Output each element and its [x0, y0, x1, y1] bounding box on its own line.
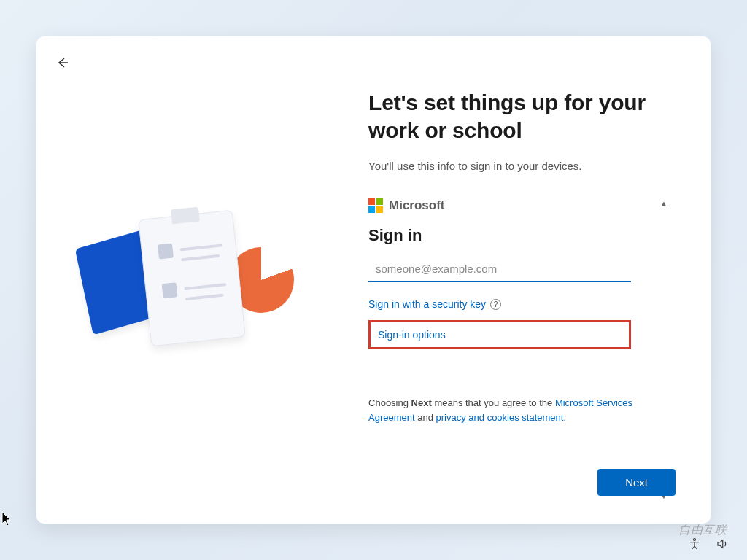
next-button[interactable]: Next: [597, 469, 676, 496]
agreement-joiner: and: [415, 412, 436, 423]
clipboard-icon: [138, 210, 246, 347]
mouse-cursor-icon: [1, 512, 12, 526]
scroll-up-icon[interactable]: ▲: [660, 198, 668, 209]
privacy-statement-link[interactable]: privacy and cookies statement: [436, 412, 564, 423]
signin-options-link[interactable]: Sign-in options: [378, 329, 446, 341]
vertical-scrollbar[interactable]: ▲ ▼: [658, 198, 670, 502]
back-button[interactable]: [53, 52, 73, 73]
svg-point-0: [694, 539, 696, 541]
signin-scroll-area: Microsoft Sign in Sign in with a securit…: [368, 198, 670, 502]
agreement-middle: means that you agree to the: [432, 397, 555, 408]
work-school-illustration: [82, 207, 301, 353]
illustration-pane: [36, 36, 347, 524]
system-tray: [687, 537, 729, 551]
content-pane: Let's set things up for your work or sch…: [347, 36, 711, 524]
volume-icon[interactable]: [715, 537, 729, 551]
agreement-suffix: .: [563, 412, 566, 423]
help-icon[interactable]: ?: [490, 299, 501, 310]
page-title: Let's set things up for your work or sch…: [368, 89, 670, 144]
signin-heading: Sign in: [368, 226, 655, 245]
microsoft-logo-icon: [368, 198, 383, 213]
agreement-text: Choosing Next means that you agree to th…: [368, 396, 638, 424]
accessibility-icon[interactable]: [687, 537, 702, 551]
watermark-text: 自由互联: [678, 523, 727, 538]
back-arrow-icon: [55, 55, 70, 70]
microsoft-label: Microsoft: [389, 198, 445, 213]
email-input[interactable]: [368, 258, 631, 282]
security-key-link[interactable]: Sign in with a security key: [368, 298, 486, 310]
agreement-bold: Next: [411, 397, 432, 408]
signin-options-highlight: Sign-in options: [368, 320, 631, 349]
oobe-card: Let's set things up for your work or sch…: [36, 36, 711, 524]
agreement-prefix: Choosing: [368, 397, 411, 408]
page-subtitle: You'll use this info to sign in to your …: [368, 160, 670, 172]
microsoft-brand: Microsoft: [368, 198, 655, 213]
